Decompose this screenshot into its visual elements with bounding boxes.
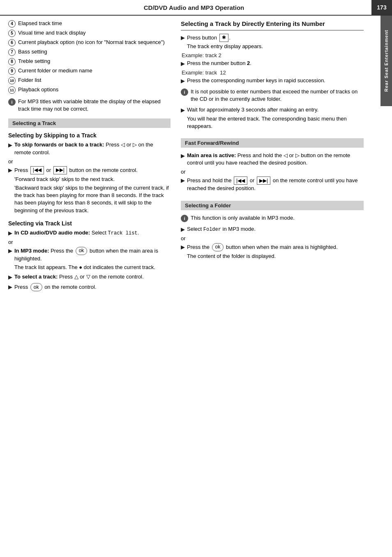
example-track-12: Example: track 12 (182, 70, 364, 76)
next-track-button: ▶▶| (53, 166, 67, 174)
ok-button: ok (76, 247, 88, 255)
bullet-arrow: ▶ (8, 283, 12, 291)
cd-dvd-mode-bullet: ▶ In CD audio/DVD audio mode: Select Tra… (8, 229, 171, 237)
skip-track-bullet-2: ▶ Press |◀◀ or ▶▶| button on the remote … (8, 166, 171, 214)
list-item: 4 Elapsed track time (8, 20, 171, 28)
bullet-arrow: ▶ (8, 230, 12, 237)
bullet-arrow: ▶ (181, 226, 185, 233)
next-button: ▶▶| (257, 176, 270, 185)
bullet-arrow: ▶ (181, 34, 185, 42)
bullet-arrow: ▶ (181, 244, 185, 251)
left-column: 4 Elapsed track time 5 Visual time and t… (0, 20, 177, 293)
prev-button: |◀◀ (234, 176, 247, 185)
bullet-arrow: ▶ (181, 107, 185, 114)
list-item: 7 Bass setting (8, 48, 171, 56)
info-icon-3: i (181, 215, 188, 222)
press-number-2-bullet: ▶ Press the number button 2. (181, 60, 364, 67)
or-divider: or (8, 158, 171, 165)
bullet-arrow: ▶ (8, 167, 12, 174)
list-item: 6 Current playback option (no icon for "… (8, 39, 171, 46)
selecting-track-header: Selecting a Track (8, 118, 171, 128)
ok-button-3: ok (212, 243, 224, 251)
bullet-arrow: ▶ (8, 274, 12, 281)
or-divider-2: or (8, 239, 171, 245)
mp3-info-text: For MP3 titles with variable bitrate the… (18, 98, 171, 113)
item-number-5: 5 (8, 30, 16, 37)
list-item: 8 Treble setting (8, 58, 171, 65)
list-item: 9 Current folder or medium name (8, 67, 171, 75)
ok-button-2: ok (30, 283, 42, 291)
bullet-arrow: ▶ (181, 60, 185, 67)
skip-track-subsection: Selecting by Skipping to a Track (8, 132, 171, 139)
main-area-active-bullet: ▶ Main area is active: Press and hold th… (181, 152, 364, 167)
item-number-6: 6 (8, 39, 16, 46)
rapid-succession-bullet: ▶ Press the corresponding number keys in… (181, 77, 364, 85)
skip-track-bullet-1: ▶ To skip forwards or back to a track: P… (8, 141, 171, 156)
hold-prev-next-bullet: ▶ Press and hold the |◀◀ or ▶▶| on the r… (181, 176, 364, 192)
bullet-arrow: ▶ (181, 152, 185, 160)
exceed-tracks-info: i It is not possible to enter numbers th… (181, 88, 364, 103)
press-star-bullet: ▶ Press button ✱ . The track entry displ… (181, 34, 364, 50)
page-number: 173 (371, 0, 392, 15)
rear-seat-entertainment-tab: Rear Seat Entertainment (380, 16, 392, 106)
or-divider-3: or (181, 169, 364, 175)
main-content: 4 Elapsed track time 5 Visual time and t… (0, 16, 378, 297)
bullet-arrow: ▶ (181, 77, 185, 85)
item-number-7: 7 (8, 49, 16, 56)
selecting-folder-header: Selecting a Folder (181, 201, 364, 210)
list-item: 5 Visual time and track display (8, 29, 171, 37)
fast-forward-header: Fast Forward/Rewind (181, 138, 364, 148)
bullet-arrow: ▶ (181, 177, 185, 184)
page-header: CD/DVD Audio and MP3 Operation 173 (0, 0, 392, 16)
enter-number-title: Selecting a Track by Directly Entering i… (181, 20, 364, 30)
list-item: 10 Folder list (8, 77, 171, 84)
right-column: Selecting a Track by Directly Entering i… (177, 20, 378, 293)
or-divider-4: or (181, 235, 364, 241)
prev-track-button: |◀◀ (30, 166, 44, 174)
ok-folder-bullet: ▶ Press the ok button when when the main… (181, 243, 364, 260)
mp3-only-info: i This function is only available in MP3… (181, 214, 364, 222)
bullet-arrow: ▶ (8, 142, 12, 149)
item-number-9: 9 (8, 67, 16, 75)
item-number-10: 10 (8, 77, 16, 84)
example-track-2: Example: track 2 (182, 52, 364, 58)
select-track-bullet: ▶ To select a track: Press △ or ▽ on the… (8, 273, 171, 281)
feature-list: 4 Elapsed track time 5 Visual time and t… (8, 20, 171, 94)
press-ok-bullet: ▶ Press ok on the remote control. (8, 283, 171, 291)
item-number-8: 8 (8, 58, 16, 65)
select-folder-bullet: ▶ Select Folder in MP3 mode. (181, 225, 364, 233)
list-item: 11 Playback options (8, 86, 171, 94)
star-button: ✱ (219, 34, 228, 42)
wait-3-seconds-bullet: ▶ Wait for approximately 3 seconds after… (181, 106, 364, 130)
mp3-mode-bullet: ▶ In MP3 mode: Press the ok button when … (8, 247, 171, 271)
item-number-4: 4 (8, 20, 16, 28)
info-icon: i (8, 98, 16, 106)
bullet-arrow: ▶ (8, 247, 12, 255)
mp3-info-box: i For MP3 titles with variable bitrate t… (8, 98, 171, 113)
track-list-subsection: Selecting via Track List (8, 220, 171, 227)
header-title: CD/DVD Audio and MP3 Operation (0, 4, 371, 11)
info-icon-2: i (181, 88, 188, 96)
item-number-11: 11 (8, 86, 16, 94)
